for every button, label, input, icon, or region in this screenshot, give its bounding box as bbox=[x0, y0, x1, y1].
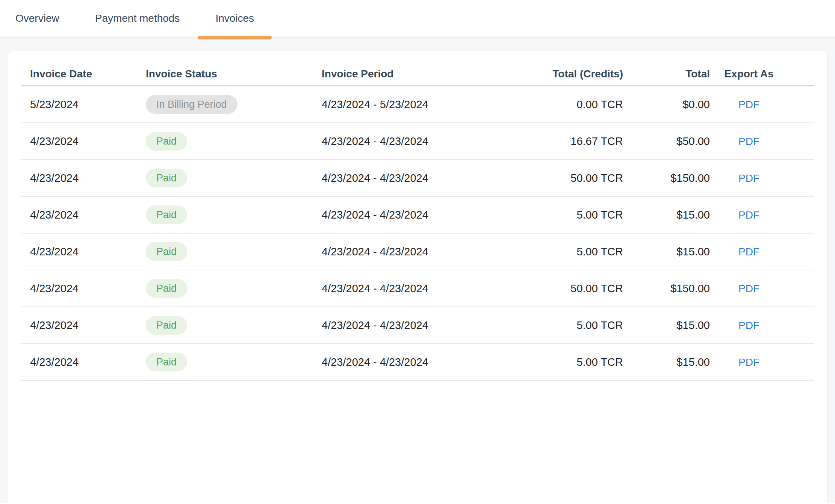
invoice-row: 4/23/2024 Paid 4/23/2024 - 4/23/2024 5.0… bbox=[21, 234, 814, 270]
header-total-credits: Total (Credits) bbox=[539, 68, 623, 80]
status-badge: In Billing Period bbox=[146, 95, 237, 114]
total-credits-cell: 5.00 TCR bbox=[539, 319, 623, 332]
header-invoice-period: Invoice Period bbox=[322, 68, 539, 80]
status-badge: Paid bbox=[146, 316, 187, 335]
invoice-status-cell: Paid bbox=[146, 353, 322, 371]
total-cell: $15.00 bbox=[623, 246, 710, 258]
invoice-status-cell: Paid bbox=[146, 316, 322, 335]
header-invoice-status: Invoice Status bbox=[146, 68, 322, 80]
invoice-status-cell: Paid bbox=[146, 132, 322, 151]
total-credits-cell: 0.00 TCR bbox=[539, 98, 623, 111]
invoice-table-body: 5/23/2024 In Billing Period 4/23/2024 - … bbox=[21, 86, 814, 381]
invoice-status-cell: Paid bbox=[146, 169, 322, 187]
invoice-table-header: Invoice Date Invoice Status Invoice Peri… bbox=[21, 51, 814, 86]
invoice-date-cell: 5/23/2024 bbox=[21, 98, 146, 111]
export-cell: PDF bbox=[710, 282, 814, 295]
header-total: Total bbox=[623, 68, 710, 80]
status-badge: Paid bbox=[146, 242, 187, 261]
total-credits-cell: 16.67 TCR bbox=[539, 135, 623, 148]
total-credits-cell: 50.00 TCR bbox=[539, 282, 623, 295]
invoice-status-cell: In Billing Period bbox=[146, 95, 322, 114]
invoice-period-cell: 4/23/2024 - 4/23/2024 bbox=[322, 172, 539, 184]
pdf-link[interactable]: PDF bbox=[738, 283, 759, 294]
invoice-date-cell: 4/23/2024 bbox=[21, 356, 146, 368]
invoices-page: Invoice Date Invoice Status Invoice Peri… bbox=[0, 38, 835, 503]
status-badge: Paid bbox=[146, 205, 187, 224]
tab-invoices[interactable]: Invoices bbox=[215, 0, 254, 37]
pdf-link[interactable]: PDF bbox=[738, 246, 759, 258]
invoice-row: 5/23/2024 In Billing Period 4/23/2024 - … bbox=[21, 86, 814, 123]
invoice-row: 4/23/2024 Paid 4/23/2024 - 4/23/2024 5.0… bbox=[21, 344, 814, 381]
invoice-period-cell: 4/23/2024 - 4/23/2024 bbox=[322, 135, 539, 148]
invoice-date-cell: 4/23/2024 bbox=[21, 319, 146, 332]
header-invoice-date: Invoice Date bbox=[21, 68, 146, 80]
pdf-link[interactable]: PDF bbox=[738, 320, 759, 331]
pdf-link[interactable]: PDF bbox=[738, 136, 759, 147]
status-badge: Paid bbox=[146, 353, 187, 371]
invoice-status-cell: Paid bbox=[146, 279, 322, 298]
export-cell: PDF bbox=[710, 98, 814, 111]
export-cell: PDF bbox=[710, 135, 814, 148]
pdf-link[interactable]: PDF bbox=[738, 172, 759, 184]
total-cell: $15.00 bbox=[623, 356, 710, 368]
tab-overview[interactable]: Overview bbox=[15, 0, 59, 37]
export-cell: PDF bbox=[710, 246, 814, 258]
total-credits-cell: 5.00 TCR bbox=[539, 209, 623, 221]
total-cell: $150.00 bbox=[623, 172, 710, 184]
total-cell: $50.00 bbox=[623, 135, 710, 148]
tab-payment-methods[interactable]: Payment methods bbox=[95, 0, 180, 37]
header-export-as: Export As bbox=[710, 68, 814, 80]
invoice-period-cell: 4/23/2024 - 4/23/2024 bbox=[322, 209, 539, 221]
total-cell: $150.00 bbox=[623, 282, 710, 295]
invoices-card: Invoice Date Invoice Status Invoice Peri… bbox=[8, 51, 827, 503]
status-badge: Paid bbox=[146, 132, 187, 151]
invoice-date-cell: 4/23/2024 bbox=[21, 209, 146, 221]
pdf-link[interactable]: PDF bbox=[738, 209, 759, 221]
status-badge: Paid bbox=[146, 279, 187, 298]
billing-tab-bar: Overview Payment methods Invoices bbox=[0, 0, 835, 38]
invoice-row: 4/23/2024 Paid 4/23/2024 - 4/23/2024 5.0… bbox=[21, 197, 814, 234]
invoice-period-cell: 4/23/2024 - 5/23/2024 bbox=[322, 98, 539, 111]
export-cell: PDF bbox=[710, 319, 814, 332]
export-cell: PDF bbox=[710, 356, 814, 368]
total-cell: $15.00 bbox=[623, 209, 710, 221]
invoice-row: 4/23/2024 Paid 4/23/2024 - 4/23/2024 16.… bbox=[21, 123, 814, 160]
invoice-row: 4/23/2024 Paid 4/23/2024 - 4/23/2024 5.0… bbox=[21, 307, 814, 344]
total-cell: $15.00 bbox=[623, 319, 710, 332]
pdf-link[interactable]: PDF bbox=[738, 356, 759, 368]
invoice-period-cell: 4/23/2024 - 4/23/2024 bbox=[322, 356, 539, 368]
invoice-status-cell: Paid bbox=[146, 242, 322, 261]
status-badge: Paid bbox=[146, 169, 187, 187]
invoice-date-cell: 4/23/2024 bbox=[21, 282, 146, 295]
invoice-period-cell: 4/23/2024 - 4/23/2024 bbox=[322, 319, 539, 332]
export-cell: PDF bbox=[710, 172, 814, 184]
invoice-period-cell: 4/23/2024 - 4/23/2024 bbox=[322, 282, 539, 295]
invoice-status-cell: Paid bbox=[146, 205, 322, 224]
invoices-table: Invoice Date Invoice Status Invoice Peri… bbox=[21, 51, 814, 381]
total-cell: $0.00 bbox=[623, 98, 710, 111]
pdf-link[interactable]: PDF bbox=[738, 99, 759, 110]
invoice-date-cell: 4/23/2024 bbox=[21, 172, 146, 184]
invoice-row: 4/23/2024 Paid 4/23/2024 - 4/23/2024 50.… bbox=[21, 160, 814, 197]
invoice-period-cell: 4/23/2024 - 4/23/2024 bbox=[322, 246, 539, 258]
invoice-row: 4/23/2024 Paid 4/23/2024 - 4/23/2024 50.… bbox=[21, 270, 814, 307]
total-credits-cell: 50.00 TCR bbox=[539, 172, 623, 184]
total-credits-cell: 5.00 TCR bbox=[539, 356, 623, 368]
invoice-date-cell: 4/23/2024 bbox=[21, 135, 146, 148]
total-credits-cell: 5.00 TCR bbox=[539, 246, 623, 258]
invoice-date-cell: 4/23/2024 bbox=[21, 246, 146, 258]
export-cell: PDF bbox=[710, 209, 814, 221]
